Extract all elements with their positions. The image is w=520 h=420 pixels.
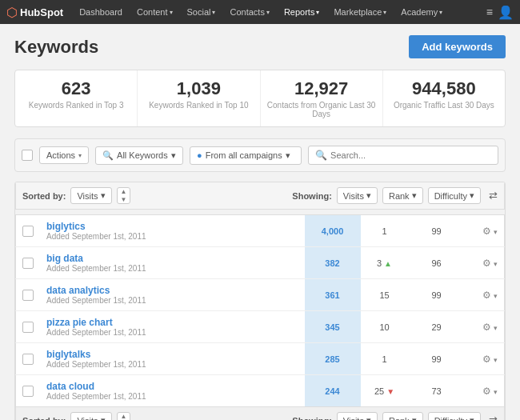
bottom-showing-visits-value: Visits	[343, 416, 364, 420]
page-header: Keywords Add keywords	[14, 35, 506, 58]
sort-by-caret-icon: ▾	[101, 190, 106, 201]
showing-visits-caret-icon: ▾	[366, 190, 371, 201]
rank-trend-down-icon: ▼	[386, 387, 394, 396]
hubspot-logo[interactable]: ⬡ HubSpot	[6, 5, 63, 20]
nav-social-caret: ▾	[212, 9, 215, 16]
keyword-name[interactable]: biglytalks	[46, 349, 298, 360]
keyword-name[interactable]: data cloud	[46, 381, 298, 392]
filter-columns-icon[interactable]: ⇄	[489, 190, 498, 202]
nav-social[interactable]: Social ▾	[181, 0, 222, 24]
bottom-showing-rank-caret-icon: ▾	[412, 415, 417, 420]
page-content: Keywords Add keywords 623 Keywords Ranke…	[0, 24, 520, 420]
row-action-caret-icon[interactable]: ▾	[494, 228, 498, 236]
showing-difficulty-dropdown[interactable]: Difficulty ▾	[428, 187, 481, 204]
row-checkbox[interactable]	[22, 322, 34, 333]
row-gear-icon[interactable]: ⚙	[482, 386, 491, 397]
nav-content[interactable]: Content ▾	[130, 0, 179, 24]
actions-label: Actions	[46, 150, 75, 160]
stats-bar: 623 Keywords Ranked in Top 3 1,039 Keywo…	[14, 70, 506, 127]
bottom-filter-columns-icon[interactable]: ⇄	[489, 414, 498, 420]
select-all-checkbox[interactable]	[22, 150, 33, 161]
row-action-caret-icon[interactable]: ▾	[494, 388, 498, 396]
keyword-name[interactable]: biglytics	[46, 221, 298, 232]
sort-direction-toggle[interactable]: ▲ ▼	[117, 187, 131, 204]
nav-user-icon[interactable]: 👤	[498, 5, 514, 20]
bottom-sort-by-dropdown[interactable]: Visits ▾	[70, 412, 111, 420]
row-gear-icon[interactable]: ⚙	[482, 290, 491, 301]
stat-top3: 623 Keywords Ranked in Top 3	[15, 70, 138, 126]
bottom-sort-direction-toggle[interactable]: ▲ ▼	[117, 412, 131, 420]
stat-top3-label: Keywords Ranked in Top 3	[22, 101, 130, 110]
row-checkbox[interactable]	[22, 258, 34, 269]
keyword-difficulty: 99	[409, 279, 465, 311]
keyword-date: Added September 1st, 2011	[46, 296, 298, 305]
campaigns-dot-icon: ●	[197, 150, 202, 160]
keyword-difficulty: 73	[409, 375, 465, 407]
keyword-name[interactable]: big data	[46, 253, 298, 264]
nav-reports-caret: ▾	[316, 9, 319, 16]
row-checkbox[interactable]	[22, 226, 34, 237]
search-icon: 🔍	[315, 150, 327, 161]
keyword-difficulty: 99	[409, 343, 465, 375]
row-action-caret-icon[interactable]: ▾	[494, 292, 498, 300]
campaigns-filter-dropdown[interactable]: ● From all campaigns ▾	[190, 146, 302, 165]
nav-contacts[interactable]: Contacts ▾	[223, 0, 275, 24]
sort-by-value: Visits	[77, 191, 98, 201]
row-checkbox[interactable]	[22, 290, 34, 301]
add-keywords-button[interactable]: Add keywords	[409, 35, 506, 58]
showing-visits-dropdown[interactable]: Visits ▾	[337, 187, 378, 204]
stat-top10-label: Keywords Ranked in Top 10	[144, 101, 253, 110]
table-row: data analytics Added September 1st, 2011…	[16, 279, 505, 311]
keyword-date: Added September 1st, 2011	[46, 328, 298, 337]
row-gear-icon[interactable]: ⚙	[482, 226, 491, 237]
campaigns-filter-caret-icon: ▾	[286, 150, 290, 161]
keyword-visits: 285	[305, 343, 361, 375]
keyword-name[interactable]: pizza pie chart	[46, 317, 298, 328]
nav-menu-icon[interactable]: ≡	[486, 6, 493, 18]
sort-by-dropdown[interactable]: Visits ▾	[70, 187, 111, 204]
keywords-filter-dropdown[interactable]: 🔍 All Keywords ▾	[95, 146, 183, 165]
table-row: pizza pie chart Added September 1st, 201…	[16, 311, 505, 343]
nav-marketplace[interactable]: Marketplace ▾	[327, 0, 393, 24]
keyword-rank: 25▼	[361, 375, 409, 407]
row-gear-icon[interactable]: ⚙	[482, 322, 491, 333]
hubspot-sprocket-icon: ⬡	[6, 5, 18, 20]
row-gear-icon[interactable]: ⚙	[482, 258, 491, 269]
showing-rank-dropdown[interactable]: Rank ▾	[382, 187, 423, 204]
showing-label: Showing:	[292, 191, 332, 201]
filter-bar: Actions ▾ 🔍 All Keywords ▾ ● From all ca…	[14, 138, 506, 172]
keyword-rank: 1	[361, 215, 409, 247]
stat-top10-number: 1,039	[144, 78, 253, 99]
keyword-rank: 15	[361, 279, 409, 311]
bottom-showing-difficulty-value: Difficulty	[434, 416, 467, 420]
bottom-showing-rank-dropdown[interactable]: Rank ▾	[382, 412, 423, 420]
row-checkbox[interactable]	[22, 386, 34, 397]
showing-difficulty-value: Difficulty	[434, 191, 467, 201]
nav-reports[interactable]: Reports ▾	[278, 0, 326, 24]
bottom-sorted-by-label: Sorted by:	[22, 416, 66, 420]
bottom-showing-difficulty-dropdown[interactable]: Difficulty ▾	[428, 412, 481, 420]
row-checkbox[interactable]	[22, 354, 34, 365]
hubspot-logo-text: HubSpot	[20, 6, 63, 18]
row-gear-icon[interactable]: ⚙	[482, 354, 491, 365]
keywords-table-wrapper: Sorted by: Visits ▾ ▲ ▼ Showing: Visits …	[14, 182, 506, 420]
row-action-caret-icon[interactable]: ▾	[494, 260, 498, 268]
bottom-showing-rank-value: Rank	[389, 416, 410, 420]
sorted-by-label: Sorted by:	[22, 191, 66, 201]
bottom-showing-visits-dropdown[interactable]: Visits ▾	[337, 412, 378, 420]
search-box[interactable]: 🔍	[308, 146, 498, 165]
bottom-showing-difficulty-caret-icon: ▾	[470, 415, 474, 420]
nav-academy[interactable]: Academy ▾	[394, 0, 449, 24]
row-action-caret-icon[interactable]: ▾	[494, 356, 498, 364]
top-navigation: ⬡ HubSpot Dashboard Content ▾ Social ▾ C…	[0, 0, 520, 24]
sort-bar-top: Sorted by: Visits ▾ ▲ ▼ Showing: Visits …	[15, 182, 505, 210]
showing-rank-value: Rank	[389, 191, 410, 201]
actions-dropdown[interactable]: Actions ▾	[39, 146, 89, 164]
keyword-name[interactable]: data analytics	[46, 285, 298, 296]
nav-dashboard[interactable]: Dashboard	[73, 0, 129, 24]
keyword-date: Added September 1st, 2011	[46, 264, 298, 273]
keyword-date: Added September 1st, 2011	[46, 232, 298, 241]
row-action-caret-icon[interactable]: ▾	[494, 324, 498, 332]
keyword-date: Added September 1st, 2011	[46, 392, 298, 401]
search-input[interactable]	[330, 150, 491, 160]
